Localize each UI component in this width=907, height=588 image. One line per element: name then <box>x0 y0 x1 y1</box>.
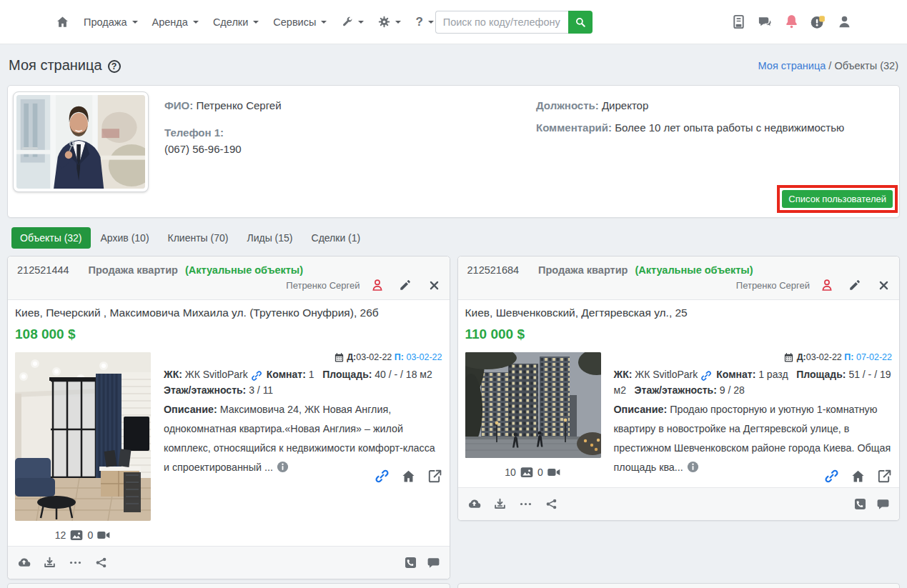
download-icon[interactable] <box>43 556 56 569</box>
home-icon[interactable] <box>851 469 866 484</box>
top-navbar: Продажа Аренда Сделки Сервисы ? <box>0 0 907 44</box>
breadcrumb-current: Объекты (32) <box>834 60 898 71</box>
comment-label: Комментарий: <box>536 121 612 134</box>
tabs-bar: Объекты (32) Архив (10) Клиенты (70) Лид… <box>11 227 900 249</box>
menu-servisy[interactable]: Сервисы <box>273 16 327 28</box>
link-icon[interactable] <box>700 370 712 382</box>
link-icon[interactable] <box>824 469 839 484</box>
tab-clients[interactable]: Клиенты (70) <box>159 227 237 249</box>
phone-label: Телефон 1: <box>164 126 224 139</box>
published-date: П: 07-02-22 <box>844 352 892 362</box>
property-params: ЖК: ЖК SvitloParkКомнат: 1 Площадь: 40 /… <box>164 367 442 398</box>
home-icon[interactable] <box>56 15 69 29</box>
share-icon[interactable] <box>94 556 108 569</box>
property-description: Описание: Продаю просторную и уютную 1-к… <box>614 400 893 477</box>
link-icon[interactable] <box>251 370 262 382</box>
annotation-highlight: Список пользователей <box>777 185 898 213</box>
menu-sdelki[interactable]: Сделки <box>213 16 259 28</box>
external-link-icon[interactable] <box>877 469 892 484</box>
phone-square-icon[interactable] <box>853 497 867 511</box>
gear-icon <box>378 16 390 28</box>
position-label: Должность: <box>536 99 599 111</box>
property-description: Описание: Максимовича 24, ЖК Новая Англи… <box>164 400 442 477</box>
chevron-down-icon <box>132 21 138 24</box>
fio-label: ФИО: <box>164 99 193 111</box>
settings-menu[interactable] <box>378 16 401 28</box>
edit-icon[interactable] <box>399 279 412 291</box>
close-icon[interactable] <box>428 279 440 291</box>
video-icon <box>547 465 561 479</box>
photos-icon <box>69 528 84 542</box>
property-price: 108 000 $ <box>15 327 442 342</box>
external-link-icon[interactable] <box>427 469 442 484</box>
property-category: Продажа квартир <box>89 264 178 276</box>
download-icon[interactable] <box>493 497 507 511</box>
cloud-upload-icon[interactable] <box>467 497 481 511</box>
breadcrumb-link[interactable]: Моя страница <box>758 60 826 71</box>
question-icon: ? <box>415 15 422 29</box>
search-button[interactable] <box>568 11 593 34</box>
chats-icon[interactable] <box>757 14 773 30</box>
video-count: 0 <box>87 529 93 541</box>
info-icon[interactable] <box>276 460 289 474</box>
share-icon[interactable] <box>545 497 558 511</box>
property-photo[interactable] <box>465 352 601 458</box>
link-icon[interactable] <box>375 469 390 484</box>
property-status: (Актуальные объекты) <box>185 264 303 276</box>
help-menu[interactable]: ? <box>415 15 433 29</box>
chevron-down-icon <box>428 21 434 24</box>
help-circle-icon[interactable]: ? <box>108 60 121 73</box>
media-counts: 12 0 <box>15 528 151 542</box>
ellipsis-icon[interactable] <box>69 556 82 569</box>
video-icon <box>96 528 111 542</box>
phone-square-icon[interactable] <box>404 556 417 569</box>
property-status: (Актуальные объекты) <box>635 264 753 276</box>
chevron-down-icon <box>253 21 259 24</box>
page-title: Моя страница? <box>9 57 121 74</box>
property-price: 110 000 $ <box>465 327 893 342</box>
search-box <box>435 11 593 34</box>
journal-icon[interactable] <box>730 14 747 30</box>
published-date: П: 03-02-22 <box>395 352 442 362</box>
profile-photo <box>13 91 149 192</box>
close-icon[interactable] <box>878 279 890 291</box>
photo-count: 10 <box>505 467 516 478</box>
ellipsis-icon[interactable] <box>519 497 532 511</box>
photo-count: 12 <box>55 529 66 541</box>
agent-profile-icon[interactable] <box>820 278 834 292</box>
edit-icon[interactable] <box>848 279 861 291</box>
cloud-upload-icon[interactable] <box>17 556 31 569</box>
home-icon[interactable] <box>401 469 416 484</box>
next-card-stub <box>457 583 901 588</box>
bell-icon[interactable] <box>783 14 800 30</box>
card-toolbar <box>458 487 900 520</box>
dates: Д:03-02-22 П: 03-02-22 <box>164 352 442 363</box>
comment-icon[interactable] <box>876 497 890 511</box>
tab-deals[interactable]: Сделки (1) <box>303 227 370 249</box>
users-list-button[interactable]: Список пользователей <box>782 190 893 208</box>
search-input[interactable] <box>435 11 568 34</box>
tab-objects[interactable]: Объекты (32) <box>11 227 91 249</box>
menu-arenda[interactable]: Аренда <box>152 16 199 28</box>
photos-icon <box>520 465 534 479</box>
next-card-stub <box>7 583 450 588</box>
property-address: Киев, Печерский , Максимовича Михаила ул… <box>15 307 442 319</box>
comment-icon[interactable] <box>427 556 440 569</box>
calendar-icon <box>783 352 794 363</box>
property-params: ЖК: ЖК SvitloParkКомнат: 1 разд Площадь:… <box>614 367 893 398</box>
property-category: Продажа квартир <box>538 264 628 276</box>
info-icon[interactable] <box>686 460 700 474</box>
property-photo[interactable] <box>15 352 151 521</box>
wrench-menu[interactable] <box>341 16 364 28</box>
chevron-down-icon <box>395 21 401 24</box>
chevron-down-icon <box>358 21 364 24</box>
agent-profile-icon[interactable] <box>370 278 385 292</box>
alert-icon[interactable] <box>810 14 826 30</box>
user-icon[interactable] <box>836 14 853 30</box>
card-toolbar <box>8 546 450 579</box>
property-address: Киев, Шевченковский, Дегтяревская ул., 2… <box>465 307 893 319</box>
calendar-icon <box>334 352 345 363</box>
tab-archive[interactable]: Архив (10) <box>92 227 158 249</box>
menu-prodazha[interactable]: Продажа <box>84 16 138 28</box>
tab-leads[interactable]: Лиды (15) <box>238 227 301 249</box>
